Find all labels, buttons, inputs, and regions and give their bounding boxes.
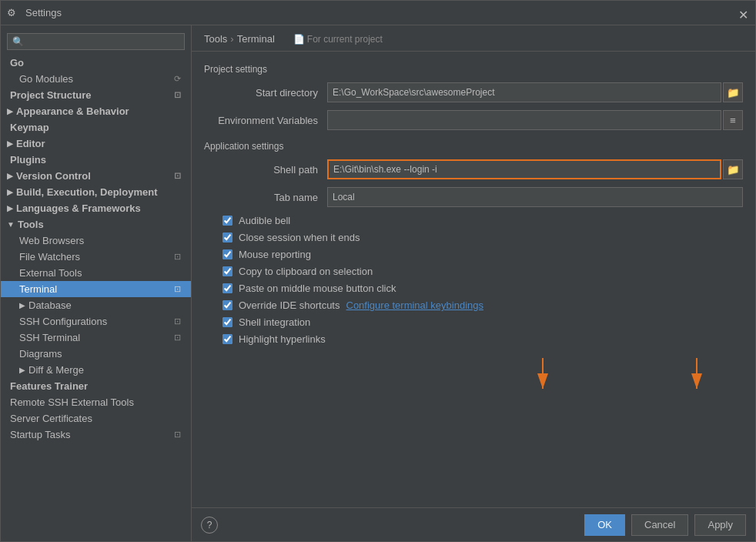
search-input[interactable] xyxy=(7,33,185,50)
ok-button[interactable]: OK xyxy=(584,514,625,536)
shell-integration-label: Shell integration xyxy=(239,316,310,328)
copy-clipboard-checkbox[interactable] xyxy=(222,266,232,276)
sidebar-item-tools[interactable]: ▼ Tools xyxy=(1,216,191,233)
override-ide-checkbox[interactable] xyxy=(222,300,232,310)
sidebar-item-label: Project Structure xyxy=(10,89,91,101)
ext-icon: ⊡ xyxy=(174,316,185,327)
sidebar-item-version-control[interactable]: ▶ Version Control ⊡ xyxy=(1,168,191,184)
highlight-hyperlinks-row: Highlight hyperlinks xyxy=(204,333,743,345)
shell-path-input[interactable] xyxy=(327,159,721,179)
tab-name-input[interactable] xyxy=(327,187,743,207)
close-session-label: Close session when it ends xyxy=(239,232,360,243)
sidebar-item-terminal[interactable]: Terminal ⊡ xyxy=(1,281,191,297)
sidebar-item-startup-tasks[interactable]: Startup Tasks ⊡ xyxy=(1,427,191,443)
breadcrumb-separator: › xyxy=(230,33,233,45)
arrow-container xyxy=(204,350,743,396)
expand-arrow: ▶ xyxy=(19,366,25,374)
env-vars-input[interactable] xyxy=(327,110,721,130)
mouse-reporting-checkbox[interactable] xyxy=(222,249,232,259)
paste-middle-checkbox[interactable] xyxy=(222,283,232,293)
close-session-checkbox[interactable] xyxy=(222,233,232,243)
sidebar-item-label: Database xyxy=(28,299,72,311)
shell-integration-checkbox[interactable] xyxy=(222,317,232,327)
sidebar-item-project-structure[interactable]: Project Structure ⊡ xyxy=(1,87,191,103)
sidebar-item-label: File Watchers xyxy=(19,251,80,263)
footer-left: ? xyxy=(201,517,218,534)
env-vars-edit-button[interactable]: ≡ xyxy=(723,110,743,130)
sidebar-item-label: Version Control xyxy=(16,170,91,182)
sidebar-item-build-execution[interactable]: ▶ Build, Execution, Deployment xyxy=(1,184,191,200)
sidebar-item-label: External Tools xyxy=(19,267,82,279)
content-area: Project settings Start directory 📁 Envir… xyxy=(192,52,755,507)
start-directory-label: Start directory xyxy=(204,87,327,99)
highlight-hyperlinks-label: Highlight hyperlinks xyxy=(239,333,326,345)
arrow-annotations xyxy=(204,350,743,396)
paste-middle-row: Paste on middle mouse button click xyxy=(204,283,743,294)
tab-name-control xyxy=(327,187,743,207)
sidebar-item-label: Startup Tasks xyxy=(10,429,71,440)
paste-middle-label: Paste on middle mouse button click xyxy=(239,283,396,294)
sidebar-item-label: Features Trainer xyxy=(10,380,88,392)
sidebar-item-features-trainer[interactable]: Features Trainer xyxy=(1,378,191,394)
sidebar-item-external-tools[interactable]: External Tools xyxy=(1,265,191,281)
env-vars-label: Environment Variables xyxy=(204,115,327,126)
settings-window: ⚙ Settings ✕ Go Go Modules ⟳ Project Str… xyxy=(0,0,756,542)
start-directory-row: Start directory 📁 xyxy=(204,82,743,102)
sidebar-item-keymap[interactable]: Keymap xyxy=(1,119,191,136)
close-button[interactable]: ✕ xyxy=(738,8,749,18)
highlight-hyperlinks-checkbox[interactable] xyxy=(222,334,232,344)
shell-path-browse-button[interactable]: 📁 xyxy=(723,159,743,179)
content-header: Tools › Terminal 📄For current project xyxy=(192,25,755,52)
sidebar-item-editor[interactable]: ▶ Editor xyxy=(1,136,191,152)
sidebar-item-label: Appearance & Behavior xyxy=(16,105,129,117)
sidebar-item-label: Terminal xyxy=(19,283,57,295)
help-button[interactable]: ? xyxy=(201,517,218,534)
sidebar-item-go-modules[interactable]: Go Modules ⟳ xyxy=(1,71,191,87)
sync-icon: ⟳ xyxy=(174,74,185,85)
sidebar-item-languages[interactable]: ▶ Languages & Frameworks xyxy=(1,200,191,216)
tab-name-row: Tab name xyxy=(204,187,743,207)
sidebar-item-label: Build, Execution, Deployment xyxy=(16,186,157,198)
content-wrapper: Tools › Terminal 📄For current project Pr… xyxy=(192,25,755,541)
sidebar-item-file-watchers[interactable]: File Watchers ⊡ xyxy=(1,249,191,265)
copy-clipboard-row: Copy to clipboard on selection xyxy=(204,266,743,277)
env-vars-row: Environment Variables ≡ xyxy=(204,110,743,130)
cancel-button[interactable]: Cancel xyxy=(631,514,688,536)
ext-icon: ⊡ xyxy=(174,430,185,440)
close-session-row: Close session when it ends xyxy=(204,232,743,243)
start-directory-browse-button[interactable]: 📁 xyxy=(723,82,743,102)
sidebar-item-label: Go Modules xyxy=(19,73,73,85)
breadcrumb-current: Terminal xyxy=(237,33,275,45)
sidebar-item-appearance[interactable]: ▶ Appearance & Behavior xyxy=(1,103,191,119)
content-body: Project settings Start directory 📁 Envir… xyxy=(192,52,755,409)
apply-button[interactable]: Apply xyxy=(694,514,746,536)
sidebar-item-diagrams[interactable]: Diagrams xyxy=(1,346,191,362)
ext-icon: ⊡ xyxy=(174,333,185,343)
sidebar-item-label: Tools xyxy=(18,219,44,230)
expand-arrow: ▶ xyxy=(7,107,13,115)
sidebar-item-ssh-terminal[interactable]: SSH Terminal ⊡ xyxy=(1,330,191,346)
sidebar-item-database[interactable]: ▶ Database xyxy=(1,297,191,313)
sidebar-item-plugins[interactable]: Plugins xyxy=(1,152,191,168)
for-current-project[interactable]: 📄For current project xyxy=(293,34,383,45)
sidebar-item-label: Web Browsers xyxy=(19,235,84,246)
sidebar-item-web-browsers[interactable]: Web Browsers xyxy=(1,233,191,249)
sidebar-item-diff-merge[interactable]: ▶ Diff & Merge xyxy=(1,362,191,378)
project-settings-title: Project settings xyxy=(204,64,743,75)
ext-icon: ⊡ xyxy=(174,252,185,263)
sidebar-item-go[interactable]: Go xyxy=(1,55,191,71)
sidebar-item-label: Diagrams xyxy=(19,348,62,360)
sidebar-item-ssh-configurations[interactable]: SSH Configurations ⊡ xyxy=(1,313,191,330)
start-directory-input[interactable] xyxy=(327,82,721,102)
expand-arrow: ▶ xyxy=(7,139,13,148)
titlebar: ⚙ Settings ✕ xyxy=(1,1,755,25)
sidebar-item-remote-ssh[interactable]: Remote SSH External Tools xyxy=(1,394,191,410)
breadcrumb-parent[interactable]: Tools xyxy=(204,33,227,45)
audible-bell-row: Audible bell xyxy=(204,215,743,226)
breadcrumb: Tools › Terminal xyxy=(204,33,275,45)
configure-keybindings-link[interactable]: Configure terminal keybindings xyxy=(346,299,483,311)
expand-arrow: ▶ xyxy=(7,204,13,212)
audible-bell-checkbox[interactable] xyxy=(222,216,232,226)
sidebar-item-server-certificates[interactable]: Server Certificates xyxy=(1,410,191,427)
sidebar-item-label: Plugins xyxy=(10,154,46,166)
